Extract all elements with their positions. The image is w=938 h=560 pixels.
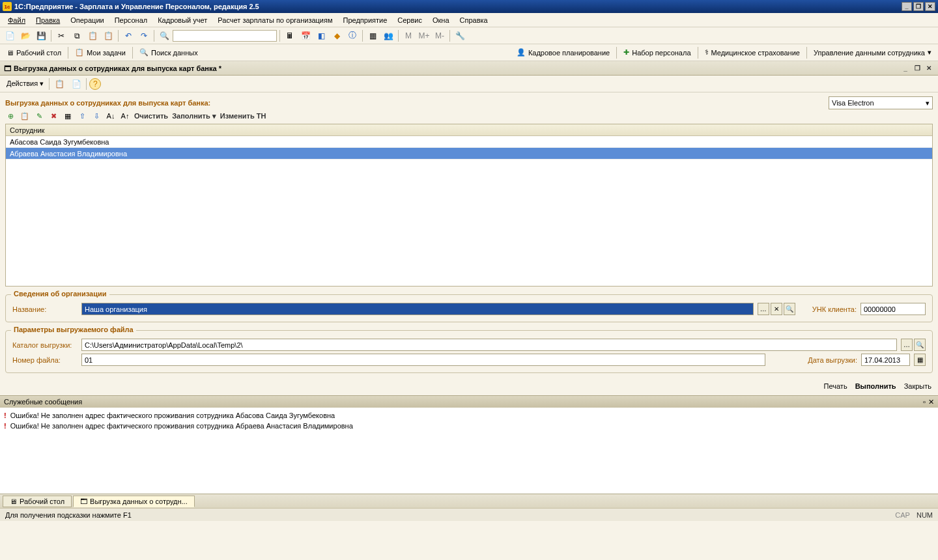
tool-icon-1[interactable]: ◧	[314, 29, 328, 43]
paste-special-icon[interactable]: 📋	[101, 29, 115, 43]
find-icon[interactable]: 🔍	[157, 29, 171, 43]
menu-company[interactable]: Предприятие	[338, 15, 393, 25]
open-icon[interactable]: 📂	[18, 29, 33, 43]
edit-row-icon[interactable]: ✎	[34, 111, 44, 121]
nav-search[interactable]: 🔍Поиск данных	[135, 47, 202, 58]
mminus-icon[interactable]: M-	[433, 29, 447, 43]
message-line[interactable]: !Ошибка! Не заполнен адрес фактического …	[4, 421, 934, 431]
nav-recruitment[interactable]: ✚Набор персонала	[619, 47, 694, 58]
undo-icon[interactable]: ↶	[121, 29, 135, 43]
dir-input[interactable]: C:\Users\Администратор\AppData\Local\Tem…	[81, 339, 897, 351]
new-icon[interactable]: 📄	[3, 29, 17, 43]
actions-dropdown[interactable]: Действия ▾	[4, 78, 46, 89]
taskbar-document-tab[interactable]: 🗔Выгрузка данных о сотрудн...	[73, 496, 195, 507]
minimize-button[interactable]: _	[902, 2, 912, 11]
menu-hr[interactable]: Кадровый учет	[152, 15, 212, 25]
nav-tasks[interactable]: 📋Мои задачи	[71, 47, 130, 58]
table-row[interactable]: Абасова Саида Зугумбековна	[6, 136, 932, 148]
action-icon-1[interactable]: 📋	[52, 77, 66, 91]
error-icon: !	[4, 412, 7, 419]
close-button[interactable]: Закрыть	[904, 382, 931, 390]
add-row-icon[interactable]: ⊕	[5, 111, 16, 121]
close-window-button[interactable]: ✕	[925, 2, 935, 11]
menu-help[interactable]: Справка	[455, 15, 493, 25]
org-name-more-button[interactable]: …	[758, 303, 769, 315]
menu-operations[interactable]: Операции	[65, 15, 109, 25]
calc-icon[interactable]: 🖩	[283, 29, 297, 43]
people-icon[interactable]: 👥	[381, 29, 395, 43]
table-row[interactable]: Абраева Анастасия Владимировна	[6, 148, 932, 160]
clear-button[interactable]: Очистить	[134, 112, 168, 120]
messages-header: Служебные сообщения ▫ ✕	[0, 396, 938, 408]
report-icon[interactable]: ▦	[365, 29, 380, 43]
menu-service[interactable]: Сервис	[392, 15, 427, 25]
copy-icon[interactable]: ⧉	[70, 29, 84, 43]
delete-row-icon[interactable]: ✖	[48, 111, 59, 121]
messages-body[interactable]: !Ошибка! Не заполнен адрес фактического …	[0, 408, 938, 494]
card-type-select[interactable]: Visa Electron ▾	[829, 96, 933, 109]
messages-panel: Служебные сообщения ▫ ✕ !Ошибка! Не запо…	[0, 395, 938, 494]
menu-payroll[interactable]: Расчет зарплаты по организациям	[212, 15, 337, 25]
employees-grid[interactable]: Сотрудник Абасова Саида Зугумбековна Абр…	[5, 124, 933, 287]
dir-browse-button[interactable]: …	[901, 339, 913, 351]
search-input[interactable]	[173, 30, 277, 42]
menu-personnel[interactable]: Персонал	[109, 15, 153, 25]
unk-input[interactable]: 00000000	[860, 303, 926, 315]
grid-header[interactable]: Сотрудник	[6, 124, 932, 136]
doc-close-button[interactable]: ✕	[924, 64, 934, 73]
menu-windows[interactable]: Окна	[427, 15, 455, 25]
move-up-icon[interactable]: ⇧	[77, 111, 87, 121]
org-name-clear-button[interactable]: ✕	[771, 303, 782, 315]
move-down-icon[interactable]: ⇩	[91, 111, 102, 121]
tool-icon-2[interactable]: ◆	[330, 29, 344, 43]
org-name-search-button[interactable]: 🔍	[784, 303, 795, 315]
change-tn-button[interactable]: Изменить ТН	[220, 112, 266, 120]
print-button[interactable]: Печать	[824, 382, 847, 390]
nav-insurance[interactable]: ⚕Медицинское страхование	[701, 47, 804, 58]
document-icon: 🗔	[4, 64, 11, 72]
sort-asc-icon[interactable]: A↓	[106, 111, 116, 121]
dir-search-button[interactable]: 🔍	[914, 339, 926, 351]
form-title: Выгрузка данных о сотрудниках для выпуск…	[5, 96, 210, 109]
messages-close-icon[interactable]: ✕	[928, 398, 934, 406]
fill-button[interactable]: Заполнить ▾	[172, 112, 216, 120]
footer-buttons: Печать Выполнить Закрыть	[0, 377, 938, 395]
org-name-label: Название:	[12, 305, 78, 313]
paste-icon[interactable]: 📋	[85, 29, 100, 43]
m-icon[interactable]: M	[401, 29, 416, 43]
grid-icon[interactable]: ▦	[63, 111, 73, 121]
org-groupbox: Сведения об организации Название: Наша о…	[5, 294, 933, 322]
nav-employee-data[interactable]: Управление данными сотрудника▾	[810, 47, 935, 58]
file-legend: Параметры выгружаемого файла	[11, 326, 136, 333]
copy-row-icon[interactable]: 📋	[20, 111, 30, 121]
calendar-icon[interactable]: 📅	[298, 29, 313, 43]
num-input[interactable]: 01	[81, 354, 765, 366]
action-icon-2[interactable]: 📄	[69, 77, 83, 91]
task-bar: 🖥Рабочий стол 🗔Выгрузка данных о сотрудн…	[0, 494, 938, 508]
doc-maximize-button[interactable]: ❐	[912, 64, 922, 73]
org-name-input[interactable]: Наша организация	[81, 303, 754, 315]
file-groupbox: Параметры выгружаемого файла Каталог выг…	[5, 330, 933, 373]
menu-file[interactable]: Файл	[3, 15, 31, 25]
taskbar-desktop-tab[interactable]: 🖥Рабочий стол	[3, 496, 72, 507]
cut-icon[interactable]: ✂	[54, 29, 68, 43]
nav-hr-planning[interactable]: 👤Кадровое планирование	[513, 47, 614, 58]
messages-pin-icon[interactable]: ▫	[923, 398, 926, 406]
message-line[interactable]: !Ошибка! Не заполнен адрес фактического …	[4, 410, 934, 421]
date-picker-button[interactable]: ▦	[914, 354, 926, 366]
nav-desktop[interactable]: 🖥Рабочий стол	[3, 48, 65, 58]
save-icon[interactable]: 💾	[34, 29, 48, 43]
sort-desc-icon[interactable]: A↑	[120, 111, 130, 121]
maximize-button[interactable]: ❐	[913, 2, 924, 11]
app-logo-icon: 1c	[3, 2, 12, 11]
date-input[interactable]: 17.04.2013	[861, 354, 910, 366]
run-button[interactable]: Выполнить	[855, 382, 896, 390]
help-icon[interactable]: ⓘ	[345, 29, 360, 43]
settings-icon[interactable]: 🔧	[453, 29, 467, 43]
doc-minimize-button[interactable]: _	[900, 64, 911, 73]
redo-icon[interactable]: ↷	[137, 29, 151, 43]
mplus-icon[interactable]: M+	[417, 29, 431, 43]
menu-edit[interactable]: Правка	[31, 15, 65, 25]
action-help-icon[interactable]: ?	[89, 78, 101, 90]
menu-bar: Файл Правка Операции Персонал Кадровый у…	[0, 13, 938, 27]
